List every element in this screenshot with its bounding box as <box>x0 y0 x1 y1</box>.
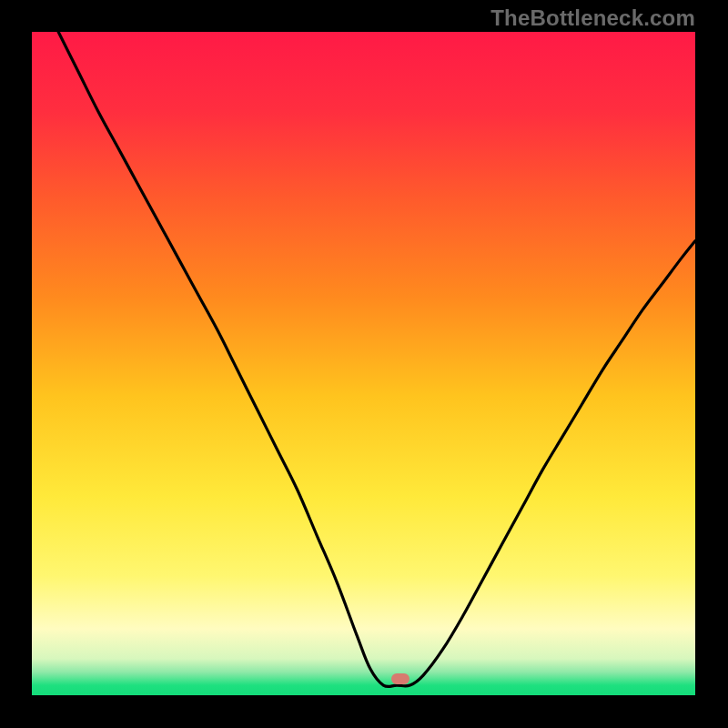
chart-frame: TheBottleneck.com <box>0 0 728 728</box>
watermark-label: TheBottleneck.com <box>490 5 695 31</box>
bottleneck-curve <box>32 32 695 695</box>
plot-area <box>32 32 695 695</box>
optimal-point-marker <box>391 673 410 684</box>
